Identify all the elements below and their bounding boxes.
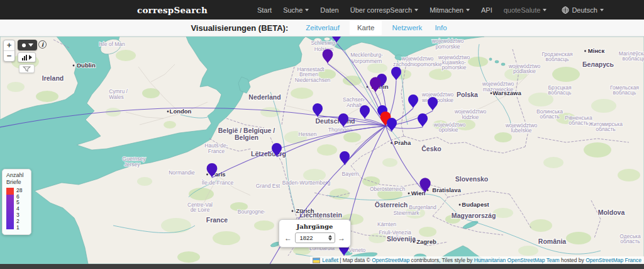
map-label: podlaskie (513, 68, 536, 74)
map-label: область (620, 238, 640, 244)
map-label: Zagreb (416, 238, 436, 245)
nav-item-suche[interactable]: Suche (277, 6, 314, 14)
year-control: Jahrgänge ← 1822 → (279, 219, 351, 248)
map-label: Wales (109, 94, 123, 100)
map-label: Warszawa (492, 89, 521, 96)
marker-dot-icon (22, 43, 26, 47)
map-label: область (569, 120, 589, 126)
chart-play-button[interactable] (18, 52, 36, 62)
legend: Anzahl Briefe 28 6 5 4 3 2 1 (2, 169, 31, 235)
map-label: Vorpommern (352, 58, 382, 64)
legend-color-bar (6, 188, 14, 229)
zoom-out-button[interactable]: − (4, 51, 14, 61)
map-label: вобласць (548, 89, 572, 96)
caret-down-icon (414, 9, 418, 11)
viz-tab-info[interactable]: Info (435, 24, 447, 31)
map-label: Беларусь (582, 60, 614, 68)
viz-tab-zeitverlauf[interactable]: Zeitverlauf (306, 24, 340, 31)
caret-down-icon (305, 9, 309, 11)
map-label: Île-de-France (201, 180, 234, 186)
map-label: вобласць (546, 56, 569, 62)
prev-year-button[interactable]: ← (284, 234, 292, 242)
map-label: London (170, 108, 192, 115)
nav-menu: Start Suche Daten Über correspSearch Mit… (252, 6, 609, 14)
globe-icon (562, 6, 569, 14)
triangle-down-icon (28, 43, 33, 47)
map-label: Zürich (296, 207, 314, 214)
map-label: Hessen (299, 131, 317, 137)
map-label: вобласць (623, 55, 644, 62)
brand[interactable]: correspSearch (137, 5, 208, 15)
year-value: 1822 (300, 234, 313, 241)
osmfr-link[interactable]: OpenStreetMap France (586, 257, 641, 263)
map-label: область (596, 126, 616, 132)
map-label: Bratislava (432, 186, 461, 193)
map-label: Deutschland (315, 117, 355, 125)
map-label: Grand Est (256, 183, 280, 189)
navbar: correspSearch Start Suche Daten Über cor… (0, 0, 644, 20)
info-button[interactable]: i (38, 40, 47, 49)
map-label: Lëtzebuerg (251, 150, 286, 157)
map-label: Baden-Württemberg (282, 180, 331, 186)
marker-mode-button[interactable] (18, 40, 37, 50)
osm-link[interactable]: OpenStreetMap (372, 257, 409, 263)
year-control-title: Jahrgänge (279, 223, 350, 230)
zoom-control: + − (3, 40, 15, 62)
map-label: de Loire (191, 207, 210, 213)
caret-down-icon (600, 9, 604, 11)
next-year-button[interactable]: → (338, 234, 345, 242)
map-label: Polska (457, 91, 478, 98)
map-label: łódzkie (462, 114, 479, 120)
map-label: France (206, 216, 228, 224)
map-label: Isle of Man (99, 41, 125, 47)
map-label: Schleswig- (311, 40, 336, 46)
nav-item-quotesalute[interactable]: quoteSalute (498, 6, 553, 14)
year-select[interactable]: 1822 (295, 232, 335, 243)
map-label: Bourgogne- (238, 209, 266, 215)
nav-item-daten[interactable]: Daten (314, 6, 344, 14)
map-label: Moldova (598, 209, 625, 216)
map-label: Slovensko (455, 175, 489, 183)
nav-item-api[interactable]: API (475, 6, 498, 14)
legend-values: 28 6 5 4 3 2 1 (16, 188, 22, 231)
select-spinner-icon (328, 235, 332, 241)
nav-item-ueber[interactable]: Über correspSearch (345, 6, 424, 14)
viz-tab-karte[interactable]: Karte (350, 20, 382, 35)
map-label: вобласць (613, 89, 636, 96)
map-label: opolskie (438, 127, 458, 133)
map-label: Veneto (349, 247, 366, 253)
map-label: Мінск (588, 47, 605, 54)
map-label: Nederland (248, 93, 280, 101)
leaflet-link[interactable]: Leaflet (322, 257, 338, 263)
map-label: Budapest (462, 201, 489, 208)
language-selector[interactable]: Deutsch (556, 6, 609, 14)
page: correspSearch Start Suche Daten Über cor… (0, 0, 644, 269)
map-label: Ireland (42, 74, 64, 82)
map-label: Kärnten (377, 221, 396, 227)
filter-button[interactable] (19, 64, 35, 73)
map-label: Jersey (124, 161, 140, 168)
ukraine-flag-icon (313, 258, 320, 263)
funnel-icon (23, 66, 31, 72)
viz-title: Visualisierungen (BETA): (191, 23, 288, 33)
viz-tab-netzwerk[interactable]: Netzwerk (392, 24, 422, 31)
legend-title-line2: Briefe (6, 179, 28, 186)
map-label: Thüringen (328, 127, 353, 133)
map-label: Steiermark (393, 210, 419, 216)
map-label: pomorskie (441, 64, 466, 71)
map-label: область (540, 113, 560, 120)
hot-link[interactable]: Humanitarian OpenStreetMap Team (474, 257, 560, 263)
legend-title-line1: Anzahl (6, 172, 28, 179)
zoom-in-button[interactable]: + (4, 40, 14, 51)
nav-item-start[interactable]: Start (252, 6, 277, 14)
map-label: lubelskie (511, 127, 531, 134)
map-label: Österreich (375, 201, 408, 209)
page-footer (0, 264, 644, 269)
map-label: Praha (394, 139, 411, 146)
map-label: Magyarország (452, 212, 496, 219)
visualization-bar: Visualisierungen (BETA): Zeitverlauf Kar… (0, 20, 644, 37)
nav-item-mitmachen[interactable]: Mitmachen (424, 6, 475, 14)
map-canvas[interactable]: Isle of ManSchleswig-HolsteinMecklenburg… (0, 37, 644, 264)
map-label: Dublin (77, 62, 96, 69)
map-label: Bayern (342, 171, 359, 177)
